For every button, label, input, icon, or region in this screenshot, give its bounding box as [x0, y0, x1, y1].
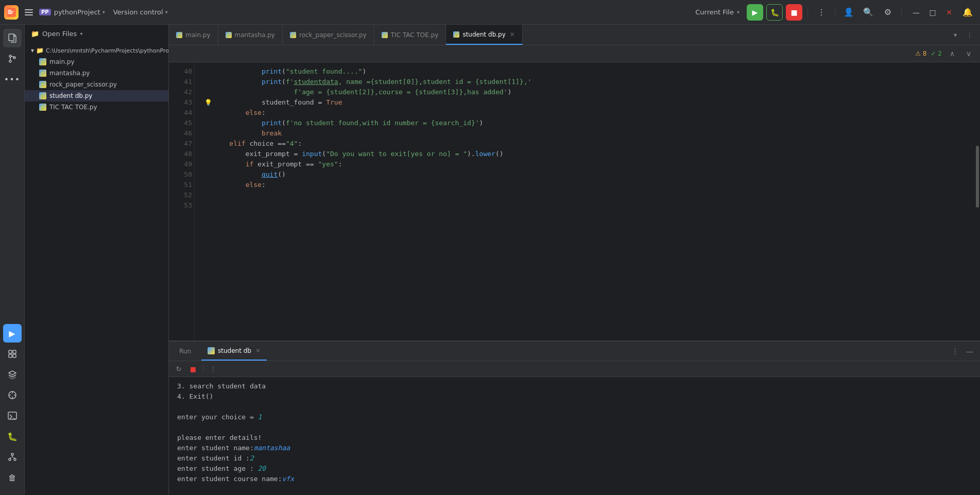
user-icon: 👤 [844, 7, 854, 17]
code-line-45: else: [203, 108, 969, 118]
file-item-main[interactable]: 🐍 main.py [25, 56, 168, 67]
project-folder[interactable]: ▾ 📁 C:\Users\mntsh\PycharmProjects\pytho… [25, 45, 168, 56]
sidebar-item-plugins[interactable] [3, 345, 22, 363]
sidebar-item-git[interactable] [3, 49, 22, 68]
run-button[interactable]: ▶ [747, 4, 763, 21]
trash-icon: 🗑 [8, 473, 16, 483]
sidebar-item-files[interactable] [3, 29, 22, 47]
tab-close-studentdb[interactable]: ✕ [510, 31, 515, 38]
code-line-48: elif choice =="4": [203, 139, 969, 149]
left-icon-bar: ••• ▶ [0, 25, 25, 495]
file-name-mantasha: mantasha.py [49, 70, 90, 77]
file-item-mantasha[interactable]: 🐍 mantasha.py [25, 67, 168, 79]
top-bar: PP pythonProject ▾ Version control ▾ Cur… [0, 0, 980, 25]
navigate-up-button[interactable]: ∧ [946, 47, 958, 60]
terminal-minimize-button[interactable]: — [964, 345, 976, 357]
svg-rect-11 [13, 354, 16, 357]
open-files-label: Open Files [42, 30, 77, 38]
terminal-options-button[interactable]: ⋮ [208, 363, 219, 374]
settings-button[interactable]: ⚙ [880, 4, 896, 21]
tab-label-tictactoe: TIC TAC TOE.py [391, 31, 439, 39]
output-line-7: enter student name:mantashaa [177, 443, 972, 453]
student-course-value: vfx [282, 475, 294, 483]
sidebar-item-terminal[interactable] [3, 406, 22, 425]
terminal-tab-studentdb[interactable]: student db ✕ [201, 342, 267, 361]
svg-rect-4 [9, 34, 14, 41]
file-item-studentdb[interactable]: 🐍 student db.py [25, 90, 168, 101]
terminal-stop-button[interactable]: ■ [187, 363, 199, 374]
scrollbar-thumb[interactable] [976, 146, 979, 208]
terminal-tab-run[interactable]: Run [173, 342, 197, 361]
version-control-label: Version control [113, 8, 163, 16]
open-files-header[interactable]: 📁 Open Files ▾ [25, 25, 168, 43]
close-button[interactable]: ✕ [942, 5, 956, 20]
run-panel-button[interactable]: ▶ [3, 324, 22, 343]
sidebar-item-git2[interactable] [3, 448, 22, 466]
code-line-41: print(f'studentdata, name ={student[0]},… [203, 77, 969, 87]
sidebar-item-debug[interactable]: 🐛 [3, 427, 22, 446]
version-control-button[interactable]: Version control ▾ [113, 8, 168, 16]
terminal-more-button[interactable]: ⋮ [949, 345, 961, 357]
more-options-button[interactable]: ⋮ [813, 4, 830, 21]
student-age-value: 20 [258, 465, 266, 472]
svg-point-6 [9, 60, 11, 62]
tab-rock[interactable]: 🐍 rock_paper_scissor.py [283, 25, 374, 45]
hamburger-menu-button[interactable] [22, 5, 36, 20]
tab-studentdb[interactable]: 🐍 student db.py ✕ [446, 25, 523, 45]
tab-mantasha[interactable]: 🐍 mantasha.py [218, 25, 283, 45]
terminal-tab-file-label: student db [218, 347, 251, 354]
code-line-46: print(f'no student found,with id number … [203, 118, 969, 128]
close-icon: ✕ [946, 8, 952, 16]
file-item-rock[interactable]: 🐍 rock_paper_scissor.py [25, 79, 168, 90]
icon-bar-bottom: ▶ [3, 324, 22, 491]
file-tree: ▾ 📁 C:\Users\mntsh\PycharmProjects\pytho… [25, 43, 168, 495]
project-name[interactable]: pythonProject ▾ [54, 8, 105, 16]
python-file-icon: 🐍 [39, 92, 46, 99]
output-line-8: enter student id :2 [177, 453, 972, 464]
app-logo [4, 5, 19, 20]
current-file-button[interactable]: Current File ▾ [691, 6, 744, 18]
notification-button[interactable]: 🔔 [959, 4, 976, 21]
code-line-51: quit() [203, 169, 969, 180]
folder-closed-icon: 📁 [36, 47, 44, 54]
sidebar-item-trash[interactable]: 🗑 [3, 468, 22, 487]
svg-point-15 [9, 458, 11, 460]
terminal-tab-close[interactable]: ✕ [255, 347, 261, 354]
file-item-tictactoe[interactable]: 🐍 TIC TAC TOE.py [25, 101, 168, 113]
tab-tictactoe[interactable]: 🐍 TIC TAC TOE.py [374, 25, 446, 45]
run-tab-label: Run [179, 348, 191, 355]
svg-rect-2 [8, 11, 13, 12]
window-controls: — □ ✕ [909, 5, 956, 20]
sidebar-item-layers[interactable] [3, 365, 22, 384]
tab-main[interactable]: 🐍 main.py [169, 25, 218, 45]
more-options-icon: ⋮ [817, 7, 826, 17]
code-text[interactable]: print("student found....") print(f'stude… [195, 62, 973, 340]
output-line-1: 3. search student data [177, 381, 972, 391]
user-button[interactable]: 👤 [840, 4, 857, 21]
stop-button[interactable]: ■ [786, 4, 802, 21]
tab-label-main: main.py [185, 31, 211, 39]
folder-icon: 📁 [31, 30, 39, 38]
svg-rect-9 [13, 350, 16, 353]
terminal-rerun-button[interactable]: ↻ [173, 363, 184, 374]
debug-button[interactable]: 🐛 [766, 4, 783, 21]
divider [807, 7, 808, 18]
maximize-button[interactable]: □ [925, 5, 940, 20]
sidebar-item-more[interactable]: ••• [3, 70, 22, 89]
tab-list-button[interactable]: ▾ [949, 29, 961, 41]
editor-area: 🐍 main.py 🐍 mantasha.py 🐍 rock_paper_sci… [169, 25, 980, 495]
tab-more-button[interactable]: ⋮ [964, 29, 976, 41]
bell-icon: 🔔 [962, 7, 973, 17]
svg-rect-3 [8, 13, 12, 14]
code-editor[interactable]: 40 41 42 43 44 45 46 47 48 49 50 51 52 5… [169, 62, 980, 340]
navigate-down-button[interactable]: ∨ [962, 47, 975, 60]
minimize-button[interactable]: — [909, 5, 923, 20]
tab-bar: 🐍 main.py 🐍 mantasha.py 🐍 rock_paper_sci… [169, 25, 980, 45]
search-button[interactable]: 🔍 [860, 4, 876, 21]
lightbulb-icon: 💡 [204, 97, 212, 108]
terminal-header: Run student db ✕ ⋮ — [169, 342, 980, 361]
editor-scrollbar[interactable] [973, 62, 980, 340]
terminal-area: Run student db ✕ ⋮ — ↻ ■ [169, 340, 980, 495]
sidebar-item-build[interactable] [3, 386, 22, 404]
code-line-47: break [203, 128, 969, 139]
